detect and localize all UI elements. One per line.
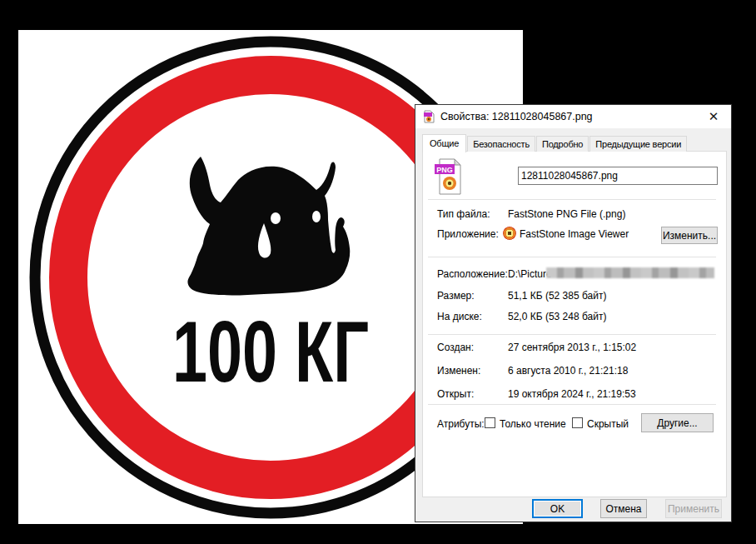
sign-caption: 100 КГ [172, 303, 369, 400]
close-button[interactable]: ✕ [699, 105, 728, 128]
file-type-label: Тип файла: [437, 208, 490, 220]
size-value: 51,1 КБ (52 385 байт) [508, 290, 606, 302]
created-label: Создан: [437, 342, 474, 353]
opened-value: 19 октября 2024 г., 21:19:53 [508, 388, 636, 400]
png-file-icon [423, 110, 435, 123]
faststone-app-icon [503, 227, 516, 240]
png-file-icon-large: PNG [433, 158, 463, 195]
tab-strip: Общие Безопасность Подробно Предыдущие в… [422, 133, 688, 152]
tab-page-general: PNG Тип файла: FastStone PNG File (.png)… [422, 151, 727, 497]
bull-left-eye [271, 212, 281, 224]
hidden-checkbox[interactable] [572, 417, 583, 428]
properties-dialog: Свойства: 12811028045867.png ✕ Общие Без… [415, 104, 732, 522]
other-attributes-button[interactable]: Другие... [641, 413, 714, 432]
bull-head-icon [187, 157, 350, 296]
created-value: 27 сентября 2013 г., 1:15:02 [508, 342, 636, 353]
screen: 100 КГ Свойства: 12811028045867.png ✕ Об… [0, 0, 756, 544]
separator [428, 404, 716, 405]
app-value: FastStone Image Viewer [520, 228, 629, 240]
apply-button[interactable]: Применить [665, 499, 722, 518]
separator [428, 257, 716, 257]
modified-label: Изменен: [437, 365, 480, 377]
location-redacted-blur [546, 267, 714, 278]
cancel-button[interactable]: Отмена [600, 499, 647, 518]
modified-value: 6 августа 2010 г., 21:21:18 [508, 365, 628, 377]
dialog-title: Свойства: 12811028045867.png [440, 111, 593, 122]
opened-label: Открыт: [437, 388, 474, 400]
tab-previous-versions[interactable]: Предыдущие версии [589, 136, 687, 152]
bull-right-eye [312, 211, 321, 222]
change-app-button[interactable]: Изменить... [661, 227, 718, 244]
attributes-label: Атрибуты: [437, 418, 485, 430]
dialog-titlebar: Свойства: 12811028045867.png ✕ [415, 105, 731, 128]
ok-button[interactable]: OK [532, 499, 583, 518]
read-only-checkbox[interactable] [485, 417, 495, 428]
location-label: Расположение: [437, 268, 508, 280]
read-only-label: Только чтение [500, 418, 566, 430]
tab-general[interactable]: Общие [422, 134, 466, 152]
hidden-label: Скрытый [587, 418, 629, 430]
png-badge: PNG [436, 166, 453, 174]
separator [428, 334, 716, 335]
size-label: Размер: [437, 290, 475, 302]
file-type-value: FastStone PNG File (.png) [508, 208, 625, 220]
file-name-input[interactable] [518, 167, 718, 185]
size-on-disk-value: 52,0 КБ (53 248 байт) [508, 311, 606, 322]
tab-details[interactable]: Подробно [536, 136, 589, 152]
app-label: Приложение: [437, 228, 499, 240]
size-on-disk-label: На диске: [437, 311, 482, 322]
separator [428, 199, 716, 200]
tab-security[interactable]: Безопасность [467, 136, 535, 152]
close-icon: ✕ [709, 109, 719, 124]
location-value: D:\Picture [508, 268, 552, 280]
